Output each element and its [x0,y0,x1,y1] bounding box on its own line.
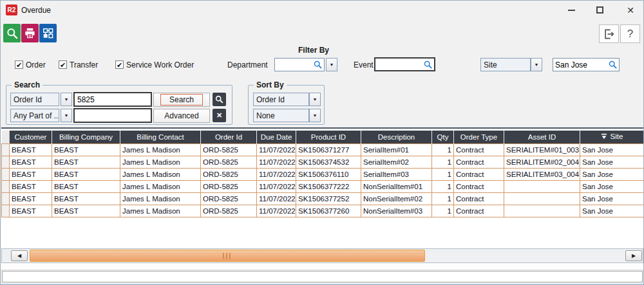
event-label: Event [354,60,374,70]
grid-header-customer[interactable]: Customer [10,131,52,143]
search-field-selector-1-value: Order Id [10,93,59,106]
sort-secondary-dropdown[interactable]: None ▼ [253,109,321,122]
search-groupbox-legend: Search [12,80,43,89]
print-tool-button[interactable] [21,24,39,42]
sort-primary-value: Order Id [253,93,309,106]
sort-descending-icon [601,133,607,140]
search-value-input-2[interactable] [73,108,152,123]
grid-header-description[interactable]: Description [361,131,432,143]
grid-row[interactable]: BEAST BEAST James L Madison ORD-5825 11/… [2,180,644,192]
order-checkbox-label[interactable]: Order [26,60,46,70]
event-input[interactable] [377,60,424,69]
quick-search-button[interactable] [213,93,226,106]
grid-header-billing-company[interactable]: Billing Company [52,131,120,143]
app-logo-icon: R2 [6,5,17,15]
grid-header-asset-id[interactable]: Asset ID [504,131,580,143]
site-dropdown[interactable]: Site ▼ [480,58,542,71]
scrollbar-thumb[interactable] [30,250,425,262]
order-checkbox[interactable]: ✔ [15,60,23,69]
chevron-down-icon: ▼ [64,113,69,118]
department-dropdown-button[interactable]: ▼ [326,58,337,71]
department-input[interactable] [277,60,314,69]
scroll-right-icon: ▶ [632,253,636,259]
check-icon: ✔ [16,62,22,68]
site-search-field[interactable] [553,58,620,71]
chevron-down-icon: ▼ [313,113,317,118]
grid-row[interactable]: BEAST BEAST James L Madison ORD-5825 11/… [2,205,644,217]
search-field-selector-1[interactable]: Order Id ▼ [10,93,72,106]
department-label: Department [227,60,268,70]
scroll-left-button[interactable]: ◀ [11,250,28,261]
status-strip [1,263,644,270]
exit-button[interactable] [599,24,619,43]
grid-header-billing-contact[interactable]: Billing Contact [120,131,201,143]
grid-row[interactable]: BEAST BEAST James L Madison ORD-5825 11/… [2,143,644,156]
search-field-selector-2[interactable]: Any Part of ... ▼ [10,109,72,122]
grid-row[interactable]: BEAST BEAST James L Madison ORD-5825 11/… [2,156,644,168]
service-work-order-checkbox-label[interactable]: Service Work Order [126,60,194,70]
transfer-checkbox[interactable]: ✔ [59,60,67,69]
grid-header-order-type[interactable]: Order Type [454,131,504,143]
search-icon [609,60,617,69]
clear-icon: ✕ [216,111,222,120]
maximize-button[interactable] [590,2,609,18]
status-message-bar [2,271,643,282]
titlebar: R2 Overdue ✕ [1,1,644,19]
chevron-down-icon: ▼ [64,97,69,102]
grid-header-qty[interactable]: Qty [432,131,454,143]
workflow-tool-button[interactable] [39,24,57,42]
clear-search-button[interactable]: ✕ [213,109,226,122]
grid-header-site[interactable]: Site [580,131,644,143]
workflow-icon [42,27,54,39]
grid-header-product-id[interactable]: Product ID [296,131,361,143]
sort-secondary-value: None [253,109,309,122]
search-groupbox: Search Order Id ▼ Search Any Part of ...… [6,85,232,125]
horizontal-scrollbar[interactable]: ◀ ▶ [1,248,643,263]
scroll-right-button[interactable]: ▶ [625,250,642,261]
grid-header-selector [2,131,10,143]
grid-header-row: Customer Billing Company Billing Contact… [2,131,644,143]
grid-header-due-date[interactable]: Due Date [257,131,296,143]
site-dropdown-button[interactable]: ▼ [531,58,542,71]
site-search-input[interactable] [555,60,609,69]
search-field-selector-1-button[interactable]: ▼ [61,93,72,106]
site-dropdown-value: Site [480,58,531,71]
service-work-order-checkbox[interactable]: ✔ [115,60,124,69]
help-icon: ? [627,28,633,41]
event-field[interactable] [374,57,435,71]
sort-secondary-button[interactable]: ▼ [309,109,321,122]
chevron-down-icon: ▼ [535,62,539,67]
chevron-down-icon: ▼ [330,62,334,67]
printer-icon [24,27,36,39]
check-icon: ✔ [117,62,122,68]
search-icon [314,60,322,69]
search-tool-button[interactable] [3,24,21,42]
close-button[interactable]: ✕ [621,2,640,18]
search-button[interactable]: Search [153,93,210,107]
filter-by-label: Filter By [298,46,329,55]
scrollbar-grip-icon [223,253,232,259]
grid-row[interactable]: BEAST BEAST James L Madison ORD-5825 11/… [2,192,644,205]
advanced-button-label: Advanced [164,111,198,120]
advanced-button[interactable]: Advanced [153,109,210,123]
transfer-checkbox-label[interactable]: Transfer [70,60,98,70]
search-field-selector-2-value: Any Part of ... [10,109,59,122]
grid-row[interactable]: BEAST BEAST James L Madison ORD-5825 11/… [2,168,644,180]
sort-primary-button[interactable]: ▼ [309,93,321,106]
minimize-button[interactable] [562,2,581,18]
chevron-down-icon: ▼ [313,97,317,102]
help-button[interactable]: ? [620,24,640,43]
search-icon [215,95,223,104]
search-value-input-1[interactable] [73,92,152,107]
search-button-label: Search [160,94,203,106]
search-icon [424,60,432,69]
exit-icon [603,28,616,41]
grid-header-order-id[interactable]: Order Id [201,131,257,143]
search-field-selector-2-button[interactable]: ▼ [61,109,72,122]
search-icon [6,27,19,40]
sort-primary-dropdown[interactable]: Order Id ▼ [253,93,321,106]
results-grid: Customer Billing Company Billing Contact… [1,127,643,248]
sortby-groupbox: Sort By Order Id ▼ None ▼ [248,85,325,125]
sortby-groupbox-legend: Sort By [254,80,287,89]
department-field[interactable] [274,58,325,71]
